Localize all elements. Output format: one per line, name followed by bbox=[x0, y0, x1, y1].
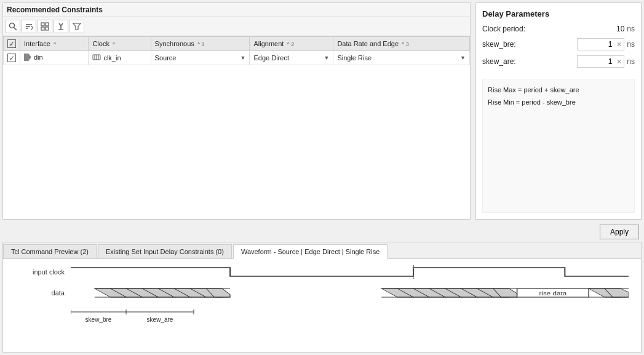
skew-are-input[interactable] bbox=[578, 56, 614, 67]
sort-button[interactable] bbox=[22, 20, 36, 33]
clock-icon bbox=[92, 53, 101, 63]
waveform-area: input clock data bbox=[3, 259, 641, 352]
skew-bre-input[interactable] bbox=[578, 39, 614, 50]
svg-point-0 bbox=[10, 23, 15, 28]
skew-are-row: skew_are: ✕ ns bbox=[482, 55, 635, 68]
skew-are-input-wrap: ✕ bbox=[577, 55, 624, 68]
skew-bre-unit: ns bbox=[627, 40, 635, 49]
svg-text:skew_bre: skew_bre bbox=[85, 316, 112, 323]
col-datarate-header: Data Rate and Edge ^ 3 bbox=[333, 37, 470, 51]
skew-are-clear-button[interactable]: ✕ bbox=[614, 57, 624, 66]
search-button[interactable] bbox=[6, 20, 20, 33]
formula-box: Rise Max = period + skew_are Rise Min = … bbox=[482, 79, 635, 213]
clock-waveform-signal bbox=[71, 265, 629, 279]
skew-are-unit: ns bbox=[627, 57, 635, 66]
apply-row: Apply bbox=[2, 225, 639, 239]
row-checkbox-cell bbox=[4, 51, 20, 65]
group-button[interactable] bbox=[38, 20, 52, 33]
col-check-header bbox=[4, 37, 20, 51]
svg-text:skew_are: skew_are bbox=[147, 316, 173, 323]
delay-params-title: Delay Parameters bbox=[482, 9, 635, 18]
data-waveform-signal: rise data bbox=[71, 286, 629, 300]
constraints-header: Recommended Constraints bbox=[3, 3, 470, 17]
datarate-cell: Single Rise ▼ bbox=[333, 51, 470, 65]
clock-cell: clk_in bbox=[89, 51, 151, 65]
synchronous-cell: Source ▼ bbox=[151, 51, 250, 65]
filter-button[interactable] bbox=[70, 20, 84, 33]
clock-waveform-label: input clock bbox=[15, 268, 65, 276]
alignment-cell: Edge Direct ▼ bbox=[250, 51, 333, 65]
svg-rect-5 bbox=[41, 23, 44, 26]
skew-bre-clear-button[interactable]: ✕ bbox=[614, 40, 624, 49]
svg-rect-7 bbox=[41, 27, 44, 30]
data-waveform-row: data bbox=[15, 286, 629, 300]
delay-params-panel: Delay Parameters Clock period: 10 ns ske… bbox=[475, 2, 642, 220]
clock-period-label: Clock period: bbox=[482, 25, 616, 33]
tabs-row: Tcl Command Preview (2) Existing Set Inp… bbox=[3, 242, 641, 259]
datarate-dropdown-arrow[interactable]: ▼ bbox=[460, 55, 466, 61]
tab-existing-constraints[interactable]: Existing Set Input Delay Constraints (0) bbox=[98, 244, 232, 258]
clock-waveform-row: input clock bbox=[15, 265, 629, 279]
col-interface-header: Interface ^ bbox=[20, 37, 89, 51]
interface-cell: din bbox=[20, 51, 89, 65]
svg-marker-11 bbox=[73, 23, 81, 30]
annotation-row: skew_bre skew_are bbox=[15, 307, 629, 325]
skew-bre-row: skew_bre: ✕ ns bbox=[482, 38, 635, 50]
table-row: din clk_in bbox=[4, 51, 470, 65]
skew-are-label: skew_are: bbox=[482, 57, 577, 66]
formula1: Rise Max = period + skew_are bbox=[488, 84, 629, 97]
select-all-checkbox[interactable] bbox=[7, 39, 16, 48]
clock-period-value: 10 bbox=[616, 25, 624, 33]
data-waveform-label: data bbox=[15, 289, 65, 297]
col-clock-header: Clock ^ bbox=[89, 37, 151, 51]
tab-tcl-preview[interactable]: Tcl Command Preview (2) bbox=[3, 244, 97, 258]
clock-period-row: Clock period: 10 ns bbox=[482, 25, 635, 33]
svg-rect-6 bbox=[46, 23, 49, 26]
tab-waveform[interactable]: Waveform - Source | Edge Direct | Single… bbox=[233, 244, 388, 259]
toolbar bbox=[3, 17, 470, 36]
svg-text:rise data: rise data bbox=[539, 290, 567, 297]
synchronous-dropdown-arrow[interactable]: ▼ bbox=[241, 55, 246, 61]
skew-bre-label: skew_bre: bbox=[482, 40, 577, 49]
expand-button[interactable] bbox=[54, 20, 68, 33]
svg-line-1 bbox=[14, 28, 17, 31]
col-alignment-header: Alignment ^ 2 bbox=[250, 37, 333, 51]
svg-rect-8 bbox=[46, 27, 49, 30]
formula2: Rise Min = period - skew_bre bbox=[488, 97, 629, 109]
skew-bre-input-wrap: ✕ bbox=[577, 38, 624, 50]
clock-period-unit: ns bbox=[627, 25, 635, 33]
bottom-section: Tcl Command Preview (2) Existing Set Inp… bbox=[2, 242, 642, 353]
row-checkbox[interactable] bbox=[7, 54, 16, 62]
col-synchronous-header: Synchronous ^ 1 bbox=[151, 37, 250, 51]
alignment-dropdown-arrow[interactable]: ▼ bbox=[324, 55, 329, 61]
apply-button[interactable]: Apply bbox=[600, 225, 639, 239]
interface-icon bbox=[24, 54, 31, 61]
constraints-table: Interface ^ Clock ^ Synchronous ^ 1 bbox=[3, 36, 470, 219]
